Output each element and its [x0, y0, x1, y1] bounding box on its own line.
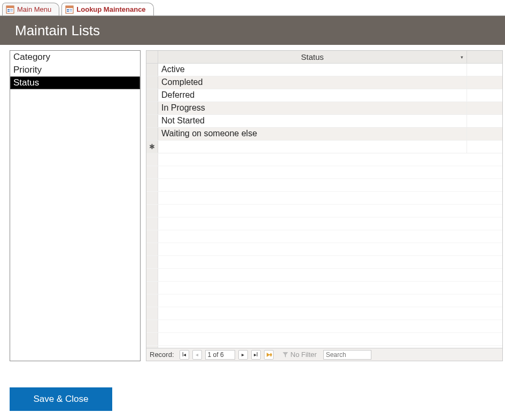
- row-selector: [146, 217, 158, 230]
- svg-rect-4: [10, 9, 13, 10]
- record-position[interactable]: 1 of 6: [205, 350, 235, 360]
- svg-rect-8: [67, 9, 69, 10]
- row-selector: [146, 269, 158, 281]
- save-close-label: Save & Close: [34, 394, 89, 405]
- cell-extra: [467, 102, 502, 114]
- lookup-list: CategoryPriorityStatus: [10, 50, 141, 361]
- svg-rect-5: [10, 11, 13, 11]
- table-row: In Progress: [146, 102, 502, 115]
- column-dropdown-icon[interactable]: ▾: [461, 55, 463, 60]
- row-selector: [146, 282, 158, 294]
- cell-extra: [467, 128, 502, 140]
- new-row: ✱: [146, 141, 502, 153]
- form-tabs: Main Menu Lookup Maintenance: [0, 0, 505, 16]
- row-selector: [146, 320, 158, 332]
- column-header-label: Status: [301, 52, 324, 61]
- row-selector: [146, 333, 158, 345]
- row-selector: [146, 243, 158, 255]
- empty-row: [146, 307, 502, 320]
- column-extra: [467, 51, 502, 63]
- nav-prev-button[interactable]: ◂: [192, 350, 202, 360]
- column-header-status[interactable]: Status ▾: [158, 51, 467, 63]
- cell-extra: [467, 89, 502, 102]
- nav-last-button[interactable]: ▸I: [251, 350, 261, 360]
- new-cell[interactable]: [158, 141, 467, 153]
- svg-rect-3: [7, 11, 10, 12]
- row-selector: [146, 179, 158, 191]
- record-label: Record:: [150, 351, 174, 359]
- tab-main-menu[interactable]: Main Menu: [2, 3, 59, 15]
- svg-marker-13: [283, 352, 288, 357]
- filter-icon: [282, 352, 289, 358]
- svg-rect-7: [66, 6, 73, 8]
- row-selector: [146, 307, 158, 320]
- empty-row: [146, 256, 502, 269]
- cell[interactable]: Active: [158, 64, 467, 76]
- empty-row: [146, 153, 502, 166]
- cell-extra: [467, 76, 502, 89]
- cell[interactable]: Not Started: [158, 115, 467, 127]
- form-icon: [65, 5, 74, 14]
- svg-rect-2: [7, 9, 10, 10]
- row-selector: [146, 153, 158, 166]
- empty-row: [146, 192, 502, 205]
- save-close-button[interactable]: Save & Close: [10, 387, 112, 411]
- nav-next-button[interactable]: ▸: [238, 350, 248, 360]
- cell-extra: [467, 141, 502, 153]
- empty-row: [146, 282, 502, 294]
- empty-row: [146, 320, 502, 333]
- nav-first-button[interactable]: I◂: [180, 350, 189, 360]
- page-header: Maintain Lists: [0, 16, 505, 45]
- form-icon: [6, 5, 14, 14]
- svg-rect-1: [6, 6, 14, 8]
- row-selector: [146, 192, 158, 204]
- row-selector: [146, 230, 158, 243]
- list-item[interactable]: Status: [10, 76, 140, 89]
- nav-new-button[interactable]: [264, 350, 274, 360]
- cell[interactable]: Waiting on someone else: [158, 128, 467, 140]
- empty-row: [146, 333, 502, 346]
- filter-indicator[interactable]: No Filter: [282, 351, 317, 359]
- row-selector[interactable]: [146, 115, 158, 127]
- select-all-rows[interactable]: [146, 51, 158, 63]
- row-selector[interactable]: [146, 128, 158, 140]
- data-grid: Status ▾ ActiveCompletedDeferredIn Progr…: [146, 50, 503, 361]
- content-area: CategoryPriorityStatus Status ▾ ActiveCo…: [0, 45, 505, 367]
- cell[interactable]: In Progress: [158, 102, 467, 114]
- svg-rect-10: [69, 9, 72, 10]
- table-row: Active: [146, 64, 502, 76]
- row-selector: [146, 294, 158, 307]
- row-selector: [146, 205, 158, 217]
- row-selector[interactable]: [146, 76, 158, 89]
- table-row: Not Started: [146, 115, 502, 128]
- svg-rect-11: [69, 11, 72, 11]
- empty-row: [146, 179, 502, 192]
- list-item[interactable]: Priority: [10, 64, 140, 76]
- row-selector[interactable]: [146, 64, 158, 76]
- row-selector[interactable]: [146, 102, 158, 114]
- row-selector[interactable]: [146, 89, 158, 102]
- empty-row: [146, 217, 502, 230]
- list-item[interactable]: Category: [10, 51, 140, 64]
- empty-row: [146, 205, 502, 217]
- row-selector: [146, 166, 158, 178]
- filter-label: No Filter: [291, 351, 317, 359]
- svg-rect-9: [67, 11, 69, 12]
- cell[interactable]: Deferred: [158, 89, 467, 102]
- record-navigation: Record: I◂ ◂ 1 of 6 ▸ ▸I No Filter: [146, 348, 502, 361]
- new-record-icon: [266, 352, 272, 358]
- search-input[interactable]: [323, 350, 371, 360]
- empty-row: [146, 294, 502, 307]
- empty-row: [146, 230, 502, 243]
- table-row: Deferred: [146, 89, 502, 102]
- empty-row: [146, 243, 502, 256]
- table-row: Completed: [146, 76, 502, 89]
- grid-header-row: Status ▾: [146, 51, 502, 64]
- cell[interactable]: Completed: [158, 76, 467, 89]
- grid-body: ActiveCompletedDeferredIn ProgressNot St…: [146, 64, 502, 348]
- cell-extra: [467, 115, 502, 127]
- cell-extra: [467, 64, 502, 76]
- new-row-indicator-icon[interactable]: ✱: [146, 141, 158, 153]
- tab-main-menu-label: Main Menu: [17, 5, 51, 13]
- tab-lookup-maintenance[interactable]: Lookup Maintenance: [61, 3, 153, 15]
